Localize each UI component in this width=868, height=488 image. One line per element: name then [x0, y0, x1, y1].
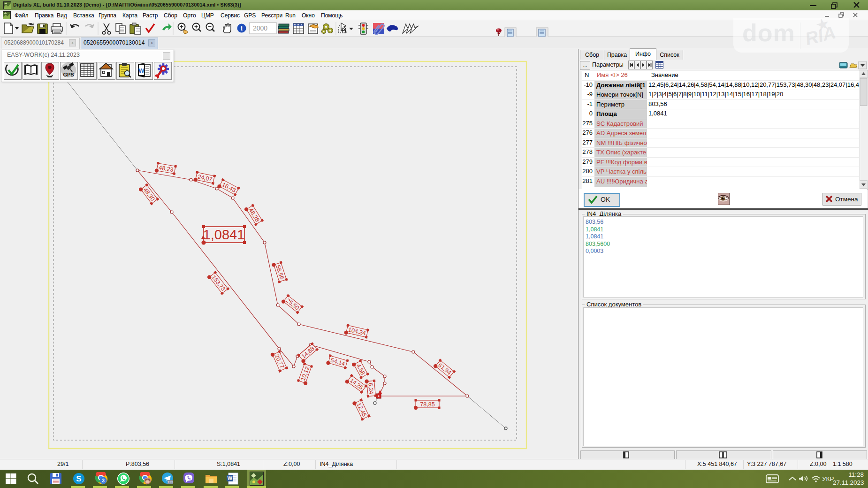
svg-text:W: W — [228, 475, 233, 481]
svg-text:3: 3 — [102, 478, 105, 483]
svg-text:123: 123 — [168, 480, 174, 484]
svg-text:GPS: GPS — [63, 72, 74, 77]
svg-text:24,07: 24,07 — [197, 173, 213, 183]
svg-text:2000: 2000 — [253, 24, 267, 32]
svg-text:6,24: 6,24 — [367, 382, 374, 395]
svg-text:S: S — [76, 474, 81, 483]
svg-text:1,0841: 1,0841 — [203, 227, 245, 242]
svg-text:i: i — [241, 25, 243, 32]
svg-text:78,85: 78,85 — [420, 401, 434, 408]
svg-text:W: W — [138, 67, 145, 74]
